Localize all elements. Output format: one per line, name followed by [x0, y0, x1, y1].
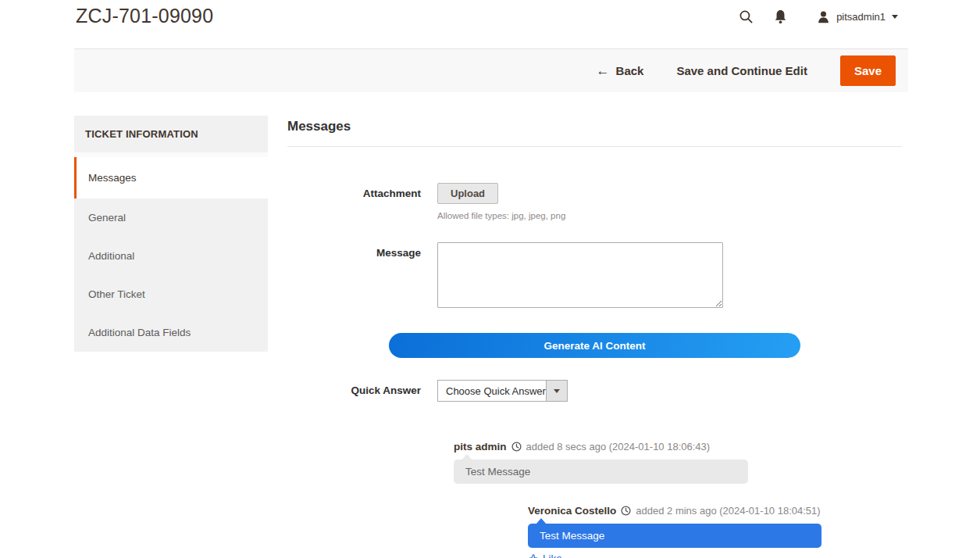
sidebar-item-additional-data-fields[interactable]: Additional Data Fields: [74, 313, 268, 352]
message-label: Message: [287, 242, 437, 259]
message-header: pits admin added 8 secs ago (2024-01-10 …: [454, 441, 748, 452]
sidebar-item-messages[interactable]: Messages: [74, 157, 268, 199]
quick-answer-row: Quick Answer Choose Quick Answer: [287, 380, 902, 402]
generate-ai-content-button[interactable]: Generate AI Content: [389, 333, 800, 358]
sidebar-item-other-ticket[interactable]: Other Ticket: [74, 275, 268, 313]
clock-icon: [511, 442, 522, 452]
sidebar-title: TICKET INFORMATION: [74, 116, 268, 152]
message-timestamp: added 8 secs ago (2024-01-10 18:06:43): [526, 441, 711, 452]
page-header: ZCJ-701-09090 pitsadmin1: [0, 0, 980, 48]
upload-button[interactable]: Upload: [437, 183, 498, 204]
message-bubble: Test Message: [528, 524, 821, 548]
ticket-information-nav: TICKET INFORMATION Messages General Addi…: [74, 116, 268, 352]
like-button[interactable]: Like: [528, 553, 562, 558]
content-area: TICKET INFORMATION Messages General Addi…: [0, 116, 980, 558]
allowed-file-types-note: Allowed file types: jpg, jpeg, png: [437, 211, 565, 220]
sidebar-item-additional[interactable]: Additional: [74, 237, 268, 275]
attachment-label: Attachment: [287, 183, 437, 199]
message-timestamp: added 2 mins ago (2024-01-10 18:04:51): [636, 505, 820, 517]
messages-panel: Messages Attachment Upload Allowed file …: [287, 116, 902, 558]
clock-icon: [621, 506, 631, 516]
message-bubble: Test Message: [454, 460, 748, 484]
message-row: Message: [287, 242, 902, 308]
select-dropdown-arrow-icon: [546, 381, 567, 401]
generate-row: Generate AI Content: [287, 333, 902, 358]
page-actions-toolbar: ← Back Save and Continue Edit Save: [74, 48, 908, 92]
message-textarea[interactable]: [437, 242, 723, 308]
attachment-row: Attachment Upload Allowed file types: jp…: [287, 183, 902, 220]
message-author: Veronica Costello: [528, 505, 616, 517]
message-thread: pits admin added 8 secs ago (2024-01-10 …: [454, 441, 902, 558]
user-avatar-icon: [815, 9, 832, 25]
chevron-down-icon: [892, 15, 898, 19]
message-header: Veronica Costello added 2 mins ago (2024…: [528, 505, 821, 517]
thread-message-admin: pits admin added 8 secs ago (2024-01-10 …: [454, 441, 748, 484]
save-and-continue-button[interactable]: Save and Continue Edit: [676, 64, 807, 77]
section-title: Messages: [287, 116, 902, 147]
notifications-bell-icon[interactable]: [772, 8, 789, 26]
quick-answer-select[interactable]: Choose Quick Answer: [437, 380, 568, 402]
header-actions: pitsadmin1: [737, 3, 898, 26]
thumbs-up-icon: [528, 553, 539, 558]
message-author: pits admin: [454, 441, 507, 452]
save-button[interactable]: Save: [840, 55, 896, 86]
quick-answer-selected-value: Choose Quick Answer: [438, 381, 546, 401]
back-button-label: Back: [616, 64, 644, 77]
account-menu[interactable]: pitsadmin1: [815, 9, 898, 25]
sidebar-item-general[interactable]: General: [74, 199, 268, 237]
search-icon[interactable]: [737, 8, 755, 26]
page-title: ZCJ-701-09090: [76, 3, 213, 27]
account-username: pitsadmin1: [836, 11, 886, 23]
back-button[interactable]: ← Back: [597, 64, 644, 77]
thread-message-customer: Veronica Costello added 2 mins ago (2024…: [528, 505, 821, 558]
message-form: Attachment Upload Allowed file types: jp…: [287, 183, 902, 402]
like-label: Like: [543, 553, 562, 558]
quick-answer-label: Quick Answer: [287, 380, 437, 396]
back-arrow-icon: ←: [597, 64, 610, 77]
